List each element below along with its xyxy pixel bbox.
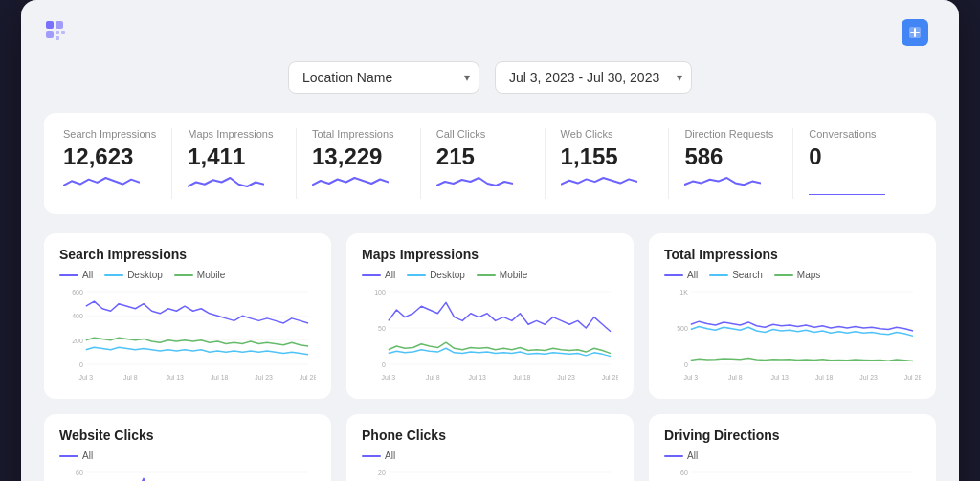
svg-text:50: 50 [378, 325, 386, 332]
legend-item: Mobile [174, 270, 225, 280]
stat-sparkline [561, 176, 637, 195]
svg-rect-0 [46, 21, 54, 29]
svg-rect-1 [56, 21, 63, 29]
stat-item: Call Clicks 215 [421, 128, 546, 199]
svg-text:0: 0 [79, 361, 83, 368]
chart-svg: 100500 Jul 3Jul 8Jul 13Jul 18Jul 23Jul 2… [362, 286, 618, 382]
charts-grid: Search Impressions All Desktop Mobile 60… [44, 233, 936, 481]
svg-text:60: 60 [680, 470, 688, 476]
legend-label: All [385, 450, 395, 461]
stat-sparkline [63, 176, 140, 195]
gbp-badge [902, 19, 936, 46]
legend-label: All [687, 450, 698, 461]
legend-item: All [664, 450, 698, 461]
filters: Location Name Jul 3, 2023 - Jul 30, 2023 [44, 61, 936, 94]
chart-title: Total Impressions [664, 247, 921, 262]
svg-text:Jul 23: Jul 23 [557, 374, 575, 381]
legend-item: Desktop [407, 270, 465, 280]
legend-item: Mobile [477, 270, 527, 280]
stat-value: 1,155 [561, 143, 654, 170]
chart-svg: 6040200 Jul 3Jul 8Jul 13Jul 18Jul 23Jul … [664, 467, 921, 481]
legend-item: All [362, 450, 395, 461]
stat-value: 0 [809, 143, 902, 170]
svg-text:60: 60 [76, 470, 83, 476]
svg-text:200: 200 [72, 338, 83, 344]
svg-rect-4 [61, 31, 65, 34]
stat-item: Direction Requests 586 [669, 128, 793, 199]
chart-legend: All [362, 450, 618, 461]
chart-title: Driving Directions [664, 427, 921, 443]
stats-row: Search Impressions 12,623 Maps Impressio… [44, 113, 936, 214]
stat-label: Maps Impressions [188, 128, 280, 140]
chart-svg: 6004002000 Jul 3Jul 8Jul 13Jul 18Jul 23J… [59, 286, 316, 382]
legend-item: Search [709, 270, 763, 280]
svg-text:Jul 8: Jul 8 [728, 374, 743, 381]
svg-text:Jul 8: Jul 8 [123, 374, 138, 381]
svg-text:Jul 8: Jul 8 [426, 374, 440, 381]
chart-title: Search Impressions [59, 247, 316, 262]
stat-label: Search Impressions [63, 128, 156, 140]
legend-item: All [664, 270, 698, 280]
location-filter-wrapper: Location Name [288, 61, 479, 94]
stat-item: Web Clicks 1,155 [546, 128, 670, 199]
stat-value: 586 [684, 143, 777, 170]
svg-text:20: 20 [378, 470, 386, 476]
chart-card: Total Impressions All Search Maps 1K5000… [649, 233, 936, 399]
chart-title: Maps Impressions [362, 247, 618, 262]
svg-text:Jul 18: Jul 18 [513, 374, 531, 381]
legend-label: Mobile [500, 270, 527, 280]
location-select[interactable]: Location Name [288, 61, 479, 94]
legend-label: All [82, 270, 93, 280]
date-select[interactable]: Jul 3, 2023 - Jul 30, 2023 [495, 61, 692, 94]
stat-value: 1,411 [188, 143, 280, 170]
svg-text:0: 0 [684, 361, 688, 368]
svg-text:100: 100 [374, 289, 386, 295]
gbp-icon [902, 19, 928, 46]
svg-text:0: 0 [382, 361, 386, 368]
stat-sparkline [188, 176, 264, 195]
stat-item: Conversations 0 [793, 128, 917, 199]
svg-text:Jul 18: Jul 18 [815, 374, 834, 381]
svg-text:Jul 3: Jul 3 [381, 374, 395, 381]
chart-card: Search Impressions All Desktop Mobile 60… [44, 233, 331, 399]
legend-label: All [687, 270, 698, 280]
stat-item: Total Impressions 13,229 [297, 128, 421, 199]
svg-text:Jul 3: Jul 3 [683, 374, 698, 381]
chart-title: Website Clicks [59, 427, 316, 443]
jepto-logo-icon [44, 19, 71, 46]
svg-text:Jul 28: Jul 28 [602, 374, 618, 381]
svg-text:Jul 3: Jul 3 [78, 374, 93, 381]
svg-text:600: 600 [72, 289, 83, 295]
stat-label: Call Clicks [436, 128, 529, 140]
stat-item: Maps Impressions 1,411 [172, 128, 297, 199]
chart-card: Maps Impressions All Desktop Mobile 1005… [346, 233, 634, 399]
chart-card: Website Clicks All 6040200 Jul 3Jul 8Jul… [44, 414, 331, 481]
svg-text:Jul 13: Jul 13 [468, 374, 486, 381]
chart-svg: 20100 Jul 3Jul 8Jul 13Jul 18Jul 23Jul 28 [362, 467, 618, 481]
legend-label: Maps [797, 270, 820, 280]
legend-item: All [59, 450, 93, 461]
chart-svg: 6040200 Jul 3Jul 8Jul 13Jul 18Jul 23Jul … [59, 467, 316, 481]
stat-label: Direction Requests [684, 128, 777, 140]
stat-sparkline [312, 176, 389, 195]
svg-rect-2 [46, 31, 54, 38]
legend-item: Desktop [104, 270, 163, 280]
legend-label: All [385, 270, 395, 280]
svg-text:1K: 1K [679, 289, 688, 295]
stat-value: 13,229 [312, 143, 405, 170]
legend-item: Maps [774, 270, 820, 280]
stat-sparkline [436, 176, 513, 195]
logo [44, 19, 77, 46]
svg-text:500: 500 [677, 325, 688, 332]
chart-legend: All [664, 450, 921, 461]
chart-legend: All [59, 450, 316, 461]
svg-rect-3 [56, 31, 59, 34]
svg-text:Jul 13: Jul 13 [770, 374, 789, 381]
svg-text:Jul 13: Jul 13 [166, 374, 184, 381]
date-filter-wrapper: Jul 3, 2023 - Jul 30, 2023 [495, 61, 692, 94]
legend-label: Desktop [127, 270, 163, 280]
legend-label: Search [732, 270, 763, 280]
chart-legend: All Desktop Mobile [59, 270, 316, 280]
svg-text:Jul 28: Jul 28 [904, 374, 921, 381]
stat-label: Web Clicks [561, 128, 654, 140]
